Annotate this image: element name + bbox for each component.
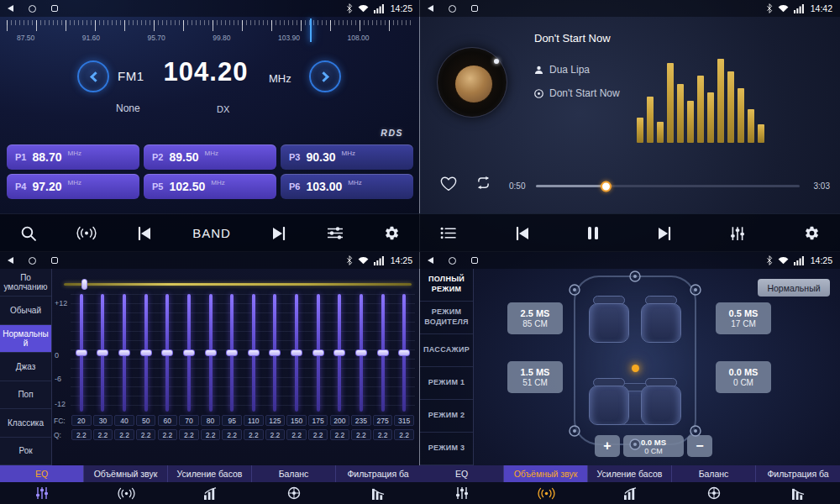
mode-driver[interactable]: РЕЖИМ ВОДИТЕЛЯ xyxy=(420,302,473,334)
eq-band-knob[interactable] xyxy=(161,349,173,356)
home-icon[interactable] xyxy=(449,257,456,265)
eq-band-knob[interactable] xyxy=(377,349,389,356)
eq-band-knob[interactable] xyxy=(226,349,238,356)
eq-band-slider[interactable] xyxy=(187,294,191,412)
eq-band-knob[interactable] xyxy=(97,349,108,356)
eq-preset-normal[interactable]: Нормальный xyxy=(0,325,51,353)
next-button[interactable] xyxy=(657,227,672,240)
q-value[interactable]: 2.2 xyxy=(373,429,393,440)
q-value[interactable]: 2.2 xyxy=(330,429,350,440)
eq-preset-classic[interactable]: Классика xyxy=(0,409,51,437)
preset-button-2[interactable]: P289.50MHz xyxy=(144,144,276,170)
recents-icon[interactable] xyxy=(471,5,478,12)
back-icon[interactable] xyxy=(428,257,433,264)
profile-button[interactable]: Нормальный xyxy=(758,279,830,297)
eq-band-slider[interactable] xyxy=(123,294,126,412)
fc-value[interactable]: 175 xyxy=(308,415,328,426)
mode-1[interactable]: РЕЖИМ 1 xyxy=(420,367,473,400)
fc-value[interactable]: 125 xyxy=(265,415,286,426)
tab-eq[interactable]: EQ xyxy=(420,465,504,504)
delay-rear-left[interactable]: 1.5 MS51 CM xyxy=(507,361,563,393)
home-icon[interactable] xyxy=(449,5,456,13)
tune-down-button[interactable] xyxy=(77,60,109,92)
eq-band-knob[interactable] xyxy=(76,349,87,356)
eq-preset-jazz[interactable]: Джаз xyxy=(0,353,51,381)
eq-band-knob[interactable] xyxy=(140,349,152,356)
eq-band-slider[interactable] xyxy=(338,294,341,412)
eq-band-slider[interactable] xyxy=(80,294,83,412)
eq-preset-custom[interactable]: Обычай xyxy=(0,297,51,324)
eq-band-knob[interactable] xyxy=(333,349,345,356)
eq-band-slider[interactable] xyxy=(230,294,234,412)
eq-band-knob[interactable] xyxy=(398,349,410,356)
eq-band-knob[interactable] xyxy=(312,349,324,356)
home-icon[interactable] xyxy=(29,257,36,265)
preset-button-3[interactable]: P390.30MHz xyxy=(281,144,413,170)
favorite-button[interactable] xyxy=(440,176,457,192)
pause-button[interactable] xyxy=(588,227,598,239)
q-value[interactable]: 2.2 xyxy=(265,429,286,440)
search-button[interactable] xyxy=(20,225,36,241)
master-slider-knob[interactable] xyxy=(81,279,87,290)
equalizer-button[interactable] xyxy=(730,226,745,241)
preset-button-6[interactable]: P6103.00MHz xyxy=(281,174,413,199)
previous-button[interactable] xyxy=(515,227,530,240)
fc-value[interactable]: 70 xyxy=(179,415,199,426)
band-button[interactable]: BAND xyxy=(192,226,231,240)
tab-balance[interactable]: Баланс xyxy=(672,465,756,504)
settings-button[interactable] xyxy=(804,225,820,241)
fc-value[interactable]: 60 xyxy=(158,415,178,426)
repeat-button[interactable] xyxy=(475,176,491,189)
delay-rear-right[interactable]: 0.0 MS0 CM xyxy=(716,361,771,393)
eq-band-knob[interactable] xyxy=(118,349,130,356)
previous-button[interactable] xyxy=(137,227,152,240)
q-value[interactable]: 2.2 xyxy=(114,429,134,440)
q-value[interactable]: 2.2 xyxy=(351,429,371,440)
fc-value[interactable]: 275 xyxy=(373,415,393,426)
fc-value[interactable]: 110 xyxy=(244,415,264,426)
mode-2[interactable]: РЕЖИМ 2 xyxy=(420,400,473,433)
q-value[interactable]: 2.2 xyxy=(308,429,328,440)
tab-bass-boost[interactable]: Усиление басов xyxy=(588,465,672,504)
tab-filter[interactable]: Фильтрация ба xyxy=(756,465,840,504)
fc-value[interactable]: 150 xyxy=(286,415,307,426)
settings-button[interactable] xyxy=(384,225,400,241)
eq-band-slider[interactable] xyxy=(317,294,320,412)
mixer-button[interactable] xyxy=(327,226,344,240)
fc-value[interactable]: 95 xyxy=(222,415,242,426)
playlist-button[interactable] xyxy=(440,227,456,239)
q-value[interactable]: 2.2 xyxy=(201,429,221,440)
preset-button-4[interactable]: P497.20MHz xyxy=(7,174,139,199)
mode-passenger[interactable]: ПАССАЖИР xyxy=(420,334,473,367)
home-icon[interactable] xyxy=(29,5,36,13)
fc-value[interactable]: 235 xyxy=(351,415,371,426)
tab-filter[interactable]: Фильтрация ба xyxy=(336,465,420,504)
mode-3[interactable]: РЕЖИМ 3 xyxy=(420,433,473,465)
eq-preset-default[interactable]: По умолчанию xyxy=(0,269,51,297)
delay-front-left[interactable]: 2.5 MS85 CM xyxy=(507,302,563,334)
q-value[interactable]: 2.2 xyxy=(222,429,242,440)
recents-icon[interactable] xyxy=(51,257,58,264)
fc-value[interactable]: 30 xyxy=(93,415,113,426)
back-icon[interactable] xyxy=(8,257,13,264)
eq-band-slider[interactable] xyxy=(381,294,385,412)
eq-preset-pop[interactable]: Поп xyxy=(0,381,51,409)
eq-preset-rock[interactable]: Рок xyxy=(0,438,51,465)
preset-button-1[interactable]: P188.70MHz xyxy=(7,144,139,170)
eq-band-knob[interactable] xyxy=(291,349,302,356)
q-value[interactable]: 2.2 xyxy=(158,429,178,440)
q-value[interactable]: 2.2 xyxy=(71,429,92,440)
eq-band-knob[interactable] xyxy=(205,349,217,356)
tab-surround[interactable]: Объёмный звук xyxy=(84,465,168,504)
tab-surround[interactable]: Объёмный звук xyxy=(504,465,588,504)
delay-front-right[interactable]: 0.5 MS17 CM xyxy=(716,302,771,334)
preset-button-5[interactable]: P5102.50MHz xyxy=(144,174,276,199)
tab-eq[interactable]: EQ xyxy=(0,465,84,504)
eq-band-slider[interactable] xyxy=(101,294,104,412)
recents-icon[interactable] xyxy=(471,257,478,264)
q-value[interactable]: 2.2 xyxy=(394,429,414,440)
delay-decrease-button[interactable]: − xyxy=(687,435,712,457)
eq-band-slider[interactable] xyxy=(273,294,276,412)
q-value[interactable]: 2.2 xyxy=(286,429,307,440)
next-button[interactable] xyxy=(271,227,286,240)
